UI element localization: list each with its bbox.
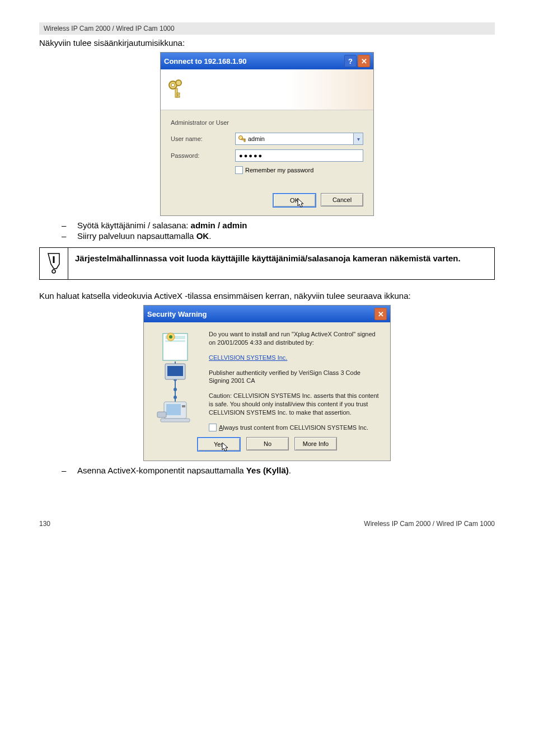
callout-text: Järjestelmähallinnassa voit luoda käyttä… bbox=[68, 248, 494, 279]
password-input[interactable]: ●●●●● bbox=[235, 149, 363, 162]
svg-rect-3 bbox=[177, 93, 180, 95]
chevron-down-icon[interactable]: ▾ bbox=[353, 133, 363, 144]
footer-right: Wireless IP Cam 2000 / Wired IP Cam 1000 bbox=[364, 520, 495, 528]
instruction-list-2: –Asenna ActiveX-komponentit napsauttamal… bbox=[62, 466, 495, 475]
svg-rect-26 bbox=[161, 419, 190, 422]
caution-text: Caution: CELLVISION SYSTEMS Inc. asserts… bbox=[209, 392, 381, 417]
page-number: 130 bbox=[39, 520, 50, 528]
svg-point-20 bbox=[174, 396, 177, 399]
exclamation-icon bbox=[45, 252, 62, 276]
cursor-icon bbox=[222, 442, 229, 454]
username-combo[interactable]: admin ▾ bbox=[235, 133, 363, 145]
more-info-button[interactable]: More Info bbox=[294, 437, 337, 450]
security-dialog-title: Security Warning bbox=[147, 310, 207, 318]
remember-password-label: Remember my password bbox=[245, 167, 313, 173]
certificate-computer-icon bbox=[153, 330, 201, 425]
publisher-link[interactable]: CELLVISION SYSTEMS Inc. bbox=[209, 354, 287, 361]
svg-point-5 bbox=[176, 80, 181, 86]
remember-password-checkbox[interactable] bbox=[235, 166, 243, 174]
user-key-icon bbox=[238, 135, 246, 143]
login-dialog: Connect to 192.168.1.90 ? ✕ Administrato… bbox=[160, 52, 374, 216]
svg-rect-4 bbox=[177, 96, 180, 97]
security-warning-dialog: Security Warning ✕ bbox=[143, 305, 391, 461]
svg-point-19 bbox=[174, 388, 177, 391]
security-question: Do you want to install and run "Xplug Ac… bbox=[209, 330, 381, 347]
intro-text: Näkyviin tulee sisäänkirjautumisikkuna: bbox=[39, 38, 495, 48]
page-footer: 130 Wireless IP Cam 2000 / Wired IP Cam … bbox=[39, 520, 495, 528]
close-button[interactable]: ✕ bbox=[358, 55, 370, 67]
verified-text: Publisher authenticity verified by VeriS… bbox=[209, 369, 381, 386]
svg-rect-25 bbox=[182, 405, 185, 407]
svg-rect-13 bbox=[165, 340, 185, 342]
no-button[interactable]: No bbox=[246, 437, 289, 450]
paragraph-2: Kun haluat katsella videokuvia ActiveX -… bbox=[39, 291, 495, 300]
keys-icon bbox=[166, 78, 189, 101]
cancel-button[interactable]: Cancel bbox=[321, 193, 363, 206]
username-value: admin bbox=[248, 135, 265, 142]
login-dialog-banner bbox=[161, 69, 373, 110]
close-button[interactable]: ✕ bbox=[374, 308, 387, 320]
svg-rect-8 bbox=[244, 140, 245, 142]
svg-point-15 bbox=[169, 335, 172, 339]
always-trust-label: Always trust content from CELLVISION SYS… bbox=[219, 424, 368, 431]
svg-point-1 bbox=[171, 83, 175, 87]
svg-rect-24 bbox=[166, 404, 181, 415]
ok-button[interactable]: OK bbox=[273, 193, 316, 208]
always-trust-checkbox[interactable] bbox=[209, 424, 217, 431]
help-button[interactable]: ? bbox=[344, 55, 357, 67]
login-subtitle: Administrator or User bbox=[171, 119, 363, 126]
instruction-list-1: –Syötä käyttäjänimi / salasana: admin / … bbox=[62, 220, 495, 241]
yes-button[interactable]: Yes bbox=[197, 437, 241, 452]
username-label: User name: bbox=[171, 135, 235, 142]
cursor-icon bbox=[297, 198, 305, 210]
login-dialog-title: Connect to 192.168.1.90 bbox=[164, 57, 246, 65]
header-bar: Wireless IP Cam 2000 / Wired IP Cam 1000 bbox=[39, 22, 495, 35]
security-dialog-titlebar: Security Warning ✕ bbox=[144, 306, 390, 322]
svg-point-10 bbox=[52, 270, 55, 273]
callout-box: Järjestelmähallinnassa voit luoda käyttä… bbox=[39, 247, 495, 280]
svg-rect-22 bbox=[167, 366, 183, 376]
password-label: Password: bbox=[171, 152, 235, 159]
login-dialog-titlebar: Connect to 192.168.1.90 ? ✕ bbox=[161, 53, 373, 69]
svg-rect-27 bbox=[157, 412, 166, 417]
